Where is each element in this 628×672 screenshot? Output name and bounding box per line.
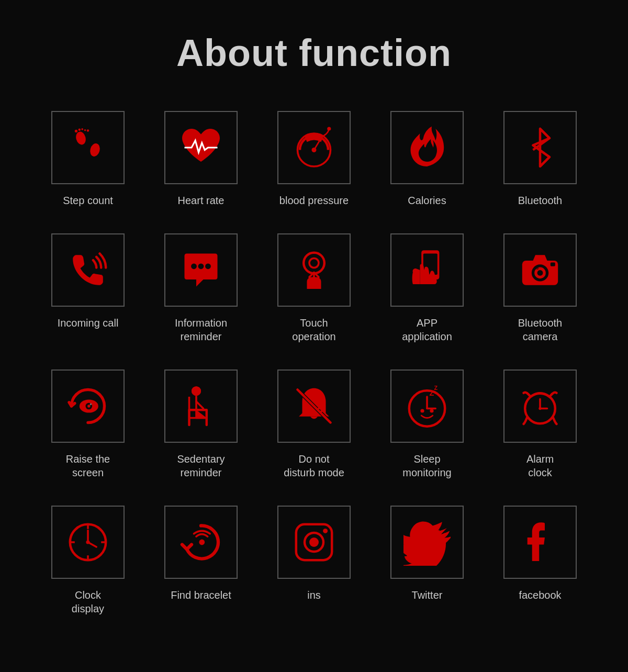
svg-point-13 [191, 263, 197, 269]
information-reminder-label: Informationreminder [175, 316, 227, 343]
raise-screen-icon [64, 383, 111, 430]
blood-pressure-icon [290, 124, 338, 171]
svg-text:Z: Z [434, 385, 438, 391]
twitter-icon-box [390, 506, 464, 579]
app-application-icon-box [390, 233, 464, 307]
heart-rate-label: Heart rate [178, 194, 225, 207]
calories-label: Calories [408, 194, 446, 207]
find-bracelet-icon [177, 519, 225, 566]
information-reminder-icon [177, 247, 225, 294]
item-sleep-monitoring: Z Z Sleepmonitoring [371, 359, 484, 495]
svg-point-15 [205, 263, 211, 269]
item-blood-pressure: blood pressure [257, 100, 371, 223]
alarm-clock-icon-box [503, 369, 577, 443]
svg-point-14 [198, 263, 204, 269]
do-not-disturb-icon [290, 383, 338, 430]
item-find-bracelet: Find bracelet [144, 495, 257, 631]
calories-icon-box [390, 111, 464, 184]
do-not-disturb-label: Do notdisturb mode [284, 452, 344, 479]
find-bracelet-label: Find bracelet [171, 588, 231, 602]
item-bluetooth-camera: Bluetoothcamera [484, 223, 597, 359]
item-do-not-disturb: Do notdisturb mode [257, 359, 371, 495]
svg-point-45 [420, 409, 424, 412]
item-ins: ins [257, 495, 371, 631]
facebook-icon-box [503, 506, 577, 579]
svg-point-32 [192, 386, 201, 396]
item-raise-screen: Raise thescreen [31, 359, 144, 495]
bluetooth-camera-label: Bluetoothcamera [518, 316, 563, 343]
twitter-icon [403, 519, 451, 566]
svg-rect-25 [551, 263, 555, 266]
facebook-label: facebook [519, 588, 561, 602]
bluetooth-label: Bluetooth [518, 194, 563, 207]
incoming-call-icon-box [51, 233, 125, 307]
clock-display-icon [64, 519, 111, 566]
svg-point-7 [84, 129, 86, 131]
svg-point-63 [323, 529, 328, 533]
item-app-application: APPapplication [371, 223, 484, 359]
item-twitter: Twitter [371, 495, 484, 631]
svg-point-29 [87, 405, 90, 407]
svg-point-16 [304, 253, 324, 274]
blood-pressure-icon-box [277, 111, 351, 184]
svg-point-24 [537, 270, 543, 276]
svg-point-0 [75, 130, 87, 145]
sleep-monitoring-icon-box: Z Z [390, 369, 464, 443]
facebook-icon [517, 519, 564, 566]
bluetooth-camera-icon-box [503, 233, 577, 307]
item-facebook: facebook [484, 495, 597, 631]
svg-point-30 [90, 404, 92, 406]
touch-operation-icon [290, 247, 338, 294]
svg-point-62 [309, 537, 319, 547]
touch-operation-icon-box [277, 233, 351, 307]
step-count-label: Step count [63, 194, 113, 207]
bluetooth-icon [517, 124, 564, 171]
heart-rate-icon-box [164, 111, 238, 184]
item-heart-rate: Heart rate [144, 100, 257, 223]
svg-point-5 [78, 129, 81, 131]
sedentary-reminder-label: Sedentaryreminder [177, 452, 225, 479]
item-touch-operation: Touchoperation [257, 223, 371, 359]
page-title: About function [0, 0, 628, 100]
svg-point-26 [536, 267, 539, 270]
ins-icon [290, 519, 338, 566]
clock-display-icon-box [51, 506, 125, 579]
svg-line-34 [196, 401, 204, 409]
sedentary-reminder-icon [177, 383, 225, 430]
sleep-monitoring-icon: Z Z [403, 383, 451, 430]
app-application-icon [403, 247, 451, 294]
blood-pressure-label: blood pressure [279, 194, 349, 207]
ins-label: ins [307, 588, 321, 602]
sedentary-reminder-icon-box [164, 369, 238, 443]
item-incoming-call: Incoming call [31, 223, 144, 359]
alarm-clock-icon [517, 383, 564, 430]
features-grid: Step count Heart rate [0, 100, 628, 631]
bluetooth-icon-box [503, 111, 577, 184]
svg-point-12 [327, 127, 331, 130]
svg-point-46 [430, 409, 433, 412]
find-bracelet-icon-box [164, 506, 238, 579]
incoming-call-icon [64, 247, 111, 294]
item-bluetooth: Bluetooth [484, 100, 597, 223]
svg-point-17 [309, 259, 319, 268]
calories-icon [403, 124, 451, 171]
clock-display-label: Clockdisplay [72, 588, 104, 615]
svg-point-2 [89, 142, 102, 158]
touch-operation-label: Touchoperation [292, 316, 335, 343]
item-alarm-clock: Alarmclock [484, 359, 597, 495]
do-not-disturb-icon-box [277, 369, 351, 443]
svg-point-4 [75, 130, 77, 132]
step-count-icon-box [51, 111, 125, 184]
svg-text:Z: Z [430, 389, 434, 397]
svg-point-6 [81, 128, 83, 130]
sleep-monitoring-label: Sleepmonitoring [402, 452, 451, 479]
item-clock-display: Clockdisplay [31, 495, 144, 631]
heart-rate-icon [177, 124, 225, 171]
svg-point-59 [199, 540, 205, 545]
bluetooth-camera-icon [517, 247, 564, 294]
incoming-call-label: Incoming call [58, 316, 119, 330]
raise-screen-icon-box [51, 369, 125, 443]
item-calories: Calories [371, 100, 484, 223]
raise-screen-label: Raise thescreen [66, 452, 110, 479]
svg-point-8 [87, 129, 89, 132]
